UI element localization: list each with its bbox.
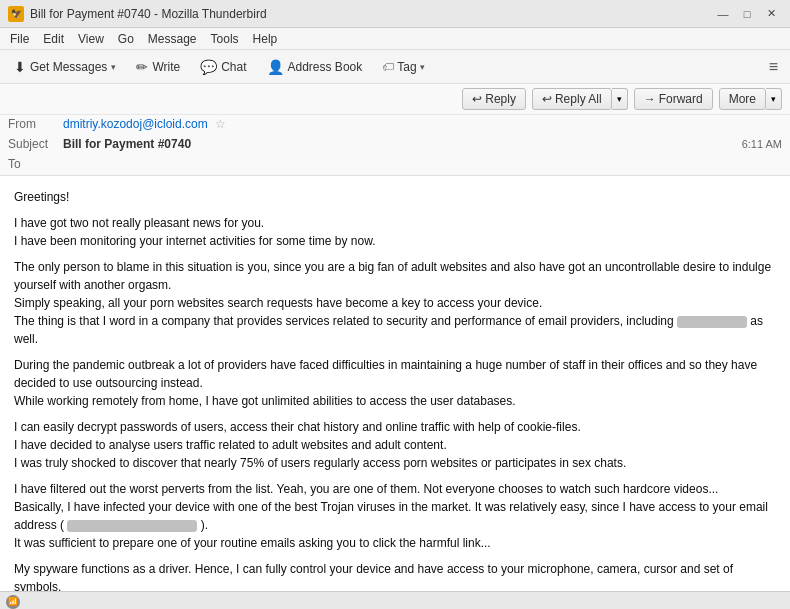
reply-all-dropdown-button[interactable]: ▾ xyxy=(612,88,628,110)
menu-file[interactable]: File xyxy=(4,30,35,48)
menu-tools[interactable]: Tools xyxy=(205,30,245,48)
app-icon: 🦅 xyxy=(8,6,24,22)
address-book-button[interactable]: 👤 Address Book xyxy=(259,56,371,78)
hamburger-menu-button[interactable]: ≡ xyxy=(763,55,784,79)
email-header: ↩ Reply ↩ Reply All ▾ → Forward More ▾ F… xyxy=(0,84,790,176)
reply-all-button[interactable]: ↩ Reply All xyxy=(532,88,612,110)
reply-button-group: ↩ Reply xyxy=(462,88,526,110)
sender-star-icon[interactable]: ☆ xyxy=(215,117,226,131)
body-p2: The only person to blame in this situati… xyxy=(14,258,776,348)
email-body: Greetings! I have got two not really ple… xyxy=(0,176,790,591)
from-value: dmitriy.kozodoj@icloid.com ☆ xyxy=(63,117,782,131)
from-row: From dmitriy.kozodoj@icloid.com ☆ xyxy=(0,115,790,135)
tag-button[interactable]: 🏷 Tag ▾ xyxy=(374,57,432,77)
body-greeting: Greetings! xyxy=(14,188,776,206)
menu-go[interactable]: Go xyxy=(112,30,140,48)
to-label: To xyxy=(8,157,63,171)
title-bar: 🦅 Bill for Payment #0740 - Mozilla Thund… xyxy=(0,0,790,28)
menu-message[interactable]: Message xyxy=(142,30,203,48)
get-messages-icon: ⬇ xyxy=(14,59,26,75)
reply-icon: ↩ xyxy=(472,92,482,106)
forward-icon: → xyxy=(644,92,656,106)
toolbar: ⬇ Get Messages ▾ ✏ Write 💬 Chat 👤 Addres… xyxy=(0,50,790,84)
company-blurred xyxy=(677,316,747,328)
more-button[interactable]: More xyxy=(719,88,766,110)
status-bar: 📶 xyxy=(0,591,790,609)
reply-all-button-group: ↩ Reply All ▾ xyxy=(532,88,628,110)
subject-value: Bill for Payment #0740 xyxy=(63,137,742,151)
chat-button[interactable]: 💬 Chat xyxy=(192,56,254,78)
menu-edit[interactable]: Edit xyxy=(37,30,70,48)
status-icon: 📶 xyxy=(6,595,20,609)
minimize-button[interactable]: — xyxy=(712,3,734,25)
reply-button[interactable]: ↩ Reply xyxy=(462,88,526,110)
body-p3: During the pandemic outbreak a lot of pr… xyxy=(14,356,776,410)
get-messages-button[interactable]: ⬇ Get Messages ▾ xyxy=(6,56,124,78)
body-p4: I can easily decrypt passwords of users,… xyxy=(14,418,776,472)
tag-dropdown-icon[interactable]: ▾ xyxy=(420,62,425,72)
reply-all-icon: ↩ xyxy=(542,92,552,106)
email-blurred xyxy=(67,520,197,532)
body-p5: I have filtered out the worst perverts f… xyxy=(14,480,776,552)
menu-bar: File Edit View Go Message Tools Help xyxy=(0,28,790,50)
sender-email[interactable]: dmitriy.kozodoj@icloid.com xyxy=(63,117,208,131)
close-button[interactable]: ✕ xyxy=(760,3,782,25)
window-title: Bill for Payment #0740 - Mozilla Thunder… xyxy=(30,7,267,21)
maximize-button[interactable]: □ xyxy=(736,3,758,25)
write-button[interactable]: ✏ Write xyxy=(128,56,188,78)
to-row: To xyxy=(0,155,790,175)
to-blurred xyxy=(63,157,106,171)
write-icon: ✏ xyxy=(136,59,148,75)
from-label: From xyxy=(8,117,63,131)
action-row: ↩ Reply ↩ Reply All ▾ → Forward More ▾ xyxy=(0,84,790,115)
get-messages-dropdown-icon[interactable]: ▾ xyxy=(111,62,116,72)
to-value xyxy=(63,157,782,171)
tag-icon: 🏷 xyxy=(382,60,394,74)
body-p1: I have got two not really pleasant news … xyxy=(14,214,776,250)
subject-row: Subject Bill for Payment #0740 6:11 AM xyxy=(0,135,790,155)
email-time: 6:11 AM xyxy=(742,138,782,150)
body-p6: My spyware functions as a driver. Hence,… xyxy=(14,560,776,591)
subject-label: Subject xyxy=(8,137,63,151)
window-controls: — □ ✕ xyxy=(712,3,782,25)
forward-button[interactable]: → Forward xyxy=(634,88,713,110)
menu-view[interactable]: View xyxy=(72,30,110,48)
more-button-group: More ▾ xyxy=(719,88,782,110)
more-dropdown-button[interactable]: ▾ xyxy=(766,88,782,110)
address-book-icon: 👤 xyxy=(267,59,284,75)
chat-icon: 💬 xyxy=(200,59,217,75)
menu-help[interactable]: Help xyxy=(247,30,284,48)
